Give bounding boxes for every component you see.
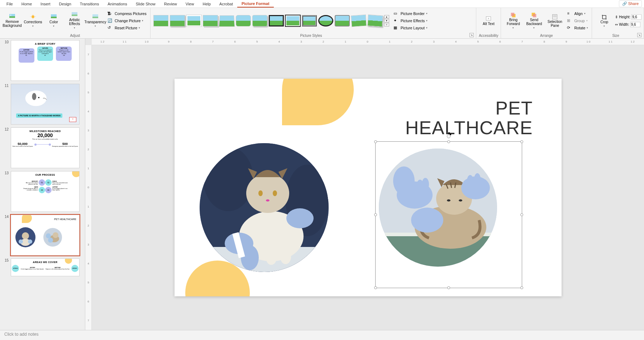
picture-style-12[interactable] (335, 15, 350, 26)
send-backward-button[interactable]: Send Backward (524, 9, 544, 33)
share-label: Share (628, 1, 639, 6)
svg-point-32 (46, 233, 51, 238)
tab-slideshow[interactable]: Slide Show (132, 1, 160, 7)
thumb-slide-14[interactable]: PET HEALTHCARE (11, 215, 80, 256)
picture-layout-button[interactable]: ▦Picture Layout (392, 25, 429, 31)
corrections-button[interactable]: Corrections (23, 9, 43, 33)
tab-acrobat[interactable]: Acrobat (215, 1, 237, 7)
picture-style-11[interactable] (318, 15, 333, 26)
remove-background-button[interactable]: Remove Background (2, 9, 22, 33)
picture-border-button[interactable]: ▭Picture Border (392, 10, 429, 17)
slide-canvas[interactable]: PET HEALTHCARE (175, 79, 562, 296)
height-row: ⇕Height: (615, 14, 641, 20)
picture-style-14[interactable] (367, 15, 383, 27)
thumb11-caption: A PICTURE IS WORTH A THOUSAND WORDS (16, 113, 62, 118)
thumb-slide-11[interactable]: A PICTURE IS WORTH A THOUSAND WORDS + (11, 84, 80, 125)
style-gallery-scroll[interactable]: ▴▾▿ (384, 15, 389, 26)
backward-icon (531, 12, 537, 17)
picture-style-6[interactable] (236, 15, 251, 26)
handle-bl[interactable] (374, 286, 377, 289)
tab-help[interactable]: Help (198, 1, 215, 7)
tab-home[interactable]: Home (17, 1, 36, 7)
picture-style-5[interactable] (219, 15, 234, 27)
alt-text-button[interactable]: A Alt Text (478, 9, 498, 33)
compress-icon: 🗜 (108, 11, 113, 16)
color-button[interactable]: Color (44, 9, 64, 33)
picture-style-4[interactable] (203, 15, 218, 26)
picture-style-3[interactable] (186, 15, 201, 26)
compress-pictures-button[interactable]: 🗜Compress Pictures (106, 10, 148, 17)
thumb-num-13: 13 (3, 171, 9, 212)
ribbon: Remove Background Corrections Color Arti… (0, 8, 644, 39)
tab-insert[interactable]: Insert (36, 1, 55, 7)
selection-box[interactable] (375, 141, 522, 288)
svg-point-47 (266, 251, 277, 265)
thumb-slide-15[interactable]: AREAS WE COVER AREA A JUPITERIt's the bi… (11, 258, 80, 276)
tab-transitions[interactable]: Transitions (76, 1, 103, 7)
bring-forward-button[interactable]: Bring Forward (503, 9, 523, 33)
thumb-slide-12[interactable]: MILESTONES REACHED 20,000Pets we have su… (11, 127, 80, 168)
tab-review[interactable]: Review (160, 1, 181, 7)
transparency-button[interactable]: Transparency (85, 9, 105, 33)
tab-animations[interactable]: Animations (103, 1, 131, 7)
slide-title[interactable]: PET HEALTHCARE (405, 98, 533, 137)
canvas-area[interactable]: PET HEALTHCARE (92, 45, 644, 330)
t13n2: 02 (45, 179, 52, 186)
layout-icon: ▦ (393, 25, 399, 30)
handle-tm[interactable] (447, 140, 450, 143)
handle-bm[interactable] (447, 286, 450, 289)
expand-gallery-icon[interactable]: ▿ (384, 23, 389, 26)
shape-blob-top[interactable] (282, 79, 354, 125)
width-row: ⇔Width: (615, 22, 641, 27)
handle-tl[interactable] (374, 140, 377, 143)
picture-style-2[interactable] (170, 15, 185, 26)
share-button[interactable]: 🔗 Share (619, 0, 642, 7)
svg-point-31 (53, 232, 58, 238)
group-btn-label: Group (574, 19, 585, 23)
picture-style-9[interactable] (285, 15, 300, 26)
artistic-effects-button[interactable]: Artistic Effects (65, 9, 85, 33)
thumb-slide-13[interactable]: OUR PROCESS MERCURYMercury is the closes… (11, 171, 80, 212)
picture-style-8[interactable] (269, 15, 284, 26)
selection-pane-button[interactable]: Selection Pane (545, 9, 565, 33)
picture-cat-1[interactable] (200, 143, 329, 272)
tab-view[interactable]: View (181, 1, 199, 7)
size-launcher[interactable]: ↘ (637, 33, 641, 37)
group-arrange-label: Arrange (503, 33, 590, 38)
handle-tr[interactable] (520, 140, 523, 143)
rotate-button[interactable]: ⟳Rotate (566, 25, 590, 31)
crop-button[interactable]: Crop (594, 9, 614, 33)
svg-text:A: A (488, 18, 489, 20)
scroll-down-icon[interactable]: ▾ (384, 19, 389, 23)
t13n3: 03 (39, 187, 45, 193)
width-icon: ⇔ (615, 23, 618, 26)
tab-picture-format[interactable]: Picture Format (237, 0, 274, 8)
handle-mr[interactable] (520, 213, 523, 216)
change-picture-button[interactable]: 🔄Change Picture (106, 18, 148, 24)
scroll-up-icon[interactable]: ▴ (384, 15, 389, 19)
picture-style-1[interactable] (153, 15, 168, 26)
picture-style-13[interactable] (351, 15, 367, 27)
reset-picture-button[interactable]: ↺Reset Picture (106, 25, 148, 31)
picture-style-10[interactable] (302, 15, 317, 26)
height-input[interactable] (631, 14, 641, 20)
notes-pane[interactable]: Click to add notes (0, 330, 644, 340)
styles-launcher[interactable]: ↘ (469, 33, 474, 37)
handle-ml[interactable] (374, 213, 377, 216)
rotate-label: Rotate (574, 26, 585, 30)
align-button[interactable]: ≡Align (566, 10, 590, 17)
picture-style-7[interactable] (252, 15, 267, 26)
tab-design[interactable]: Design (55, 1, 76, 7)
tab-file[interactable]: File (2, 1, 17, 7)
t10c3d: Neptune is the farthest planet from the … (57, 49, 71, 54)
border-icon: ▭ (393, 11, 399, 16)
svg-point-25 (38, 97, 39, 98)
picture-effects-button[interactable]: ✦Picture Effects (392, 18, 429, 24)
handle-br[interactable] (520, 286, 523, 289)
width-input[interactable] (630, 22, 640, 27)
group-button[interactable]: ⊞Group (566, 18, 590, 24)
thumbnail-panel[interactable]: 10 A BRIEF STORY JUPITERIt's the biggest… (0, 39, 85, 330)
crop-icon (601, 14, 607, 19)
thumb-slide-10[interactable]: A BRIEF STORY JUPITERIt's the biggest pl… (11, 40, 80, 81)
crop-label: Crop (600, 20, 608, 24)
